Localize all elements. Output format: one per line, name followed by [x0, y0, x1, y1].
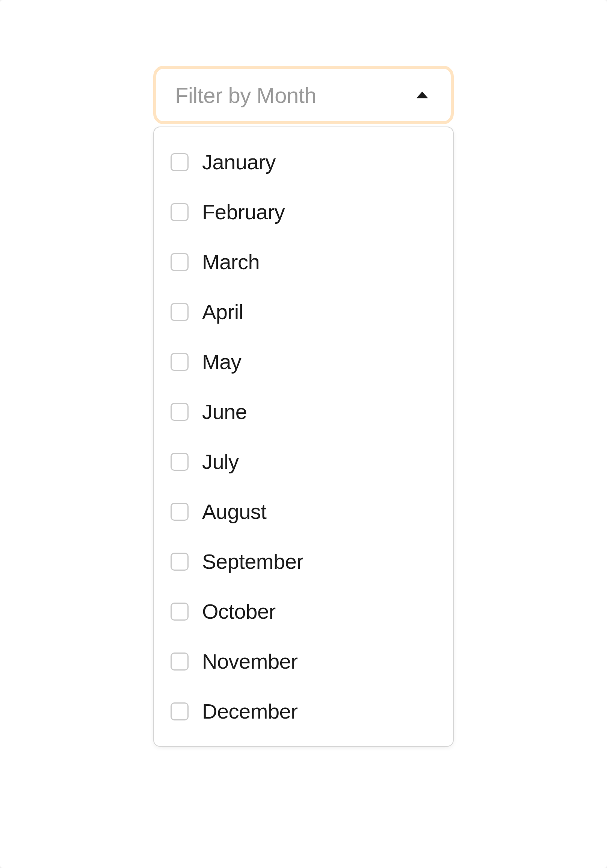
month-option-label: December: [202, 699, 298, 724]
checkbox-icon[interactable]: [171, 453, 189, 471]
month-filter-dropdown: Filter by Month January February March A…: [153, 66, 454, 747]
month-option-october[interactable]: October: [154, 586, 453, 636]
month-filter-menu: January February March April May June: [153, 127, 454, 747]
month-filter-trigger[interactable]: Filter by Month: [153, 66, 454, 124]
month-option-july[interactable]: July: [154, 437, 453, 487]
checkbox-icon[interactable]: [171, 403, 189, 421]
month-option-march[interactable]: March: [154, 237, 453, 287]
month-option-label: April: [202, 299, 244, 324]
month-option-may[interactable]: May: [154, 337, 453, 387]
checkbox-icon[interactable]: [171, 253, 189, 271]
month-option-label: September: [202, 549, 303, 574]
month-option-label: March: [202, 250, 259, 274]
card-container: Filter by Month January February March A…: [0, 0, 607, 868]
month-option-december[interactable]: December: [154, 686, 453, 736]
month-option-label: August: [202, 499, 266, 524]
month-option-label: October: [202, 599, 276, 624]
month-option-june[interactable]: June: [154, 387, 453, 437]
month-option-label: February: [202, 200, 285, 224]
checkbox-icon[interactable]: [171, 353, 189, 371]
month-option-august[interactable]: August: [154, 487, 453, 536]
checkbox-icon[interactable]: [171, 653, 189, 671]
month-option-january[interactable]: January: [154, 137, 453, 187]
checkbox-icon[interactable]: [171, 153, 189, 171]
month-option-april[interactable]: April: [154, 287, 453, 337]
checkbox-icon[interactable]: [171, 553, 189, 570]
month-filter-label: Filter by Month: [175, 82, 316, 108]
checkbox-icon[interactable]: [171, 303, 189, 321]
checkbox-icon[interactable]: [171, 503, 189, 521]
month-option-november[interactable]: November: [154, 636, 453, 686]
month-option-february[interactable]: February: [154, 187, 453, 237]
month-option-label: November: [202, 649, 298, 674]
checkbox-icon[interactable]: [171, 203, 189, 221]
month-option-label: July: [202, 450, 239, 474]
caret-up-icon: [416, 91, 428, 98]
month-option-label: June: [202, 400, 247, 424]
month-option-september[interactable]: September: [154, 536, 453, 586]
checkbox-icon[interactable]: [171, 702, 189, 721]
month-option-label: January: [202, 150, 276, 174]
checkbox-icon[interactable]: [171, 603, 189, 621]
month-option-label: May: [202, 350, 241, 374]
